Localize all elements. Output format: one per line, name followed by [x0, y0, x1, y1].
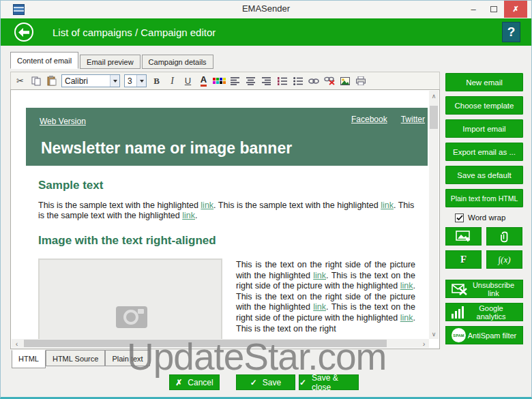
- insert-image-icon[interactable]: [338, 74, 352, 88]
- tab-email-preview[interactable]: Email preview: [80, 55, 140, 69]
- formatting-toolbar: ✂ Calibri 3 B I U A: [10, 72, 440, 90]
- image-placeholder[interactable]: [38, 258, 222, 340]
- align-right-icon[interactable]: [259, 74, 274, 88]
- google-analytics-button[interactable]: Google analytics: [445, 303, 523, 321]
- maximize-button[interactable]: [484, 1, 504, 18]
- tab-html-source[interactable]: HTML Source: [46, 350, 105, 366]
- inline-link[interactable]: link: [400, 281, 413, 291]
- plain-text-from-html-button[interactable]: Plain text from HTML: [445, 189, 523, 207]
- import-email-button[interactable]: Import email: [445, 119, 523, 138]
- cut-icon[interactable]: ✂: [13, 74, 27, 88]
- export-email-button[interactable]: Export email as ...: [445, 143, 523, 161]
- back-arrow-icon: [18, 28, 29, 37]
- spam-stamp-icon: SPAM: [452, 328, 466, 342]
- camera-icon: [116, 306, 147, 328]
- attachment-button[interactable]: [486, 227, 522, 246]
- scroll-right-icon[interactable]: ›: [419, 339, 429, 348]
- numbered-list-icon[interactable]: [275, 74, 289, 88]
- help-button[interactable]: ?: [502, 22, 520, 42]
- underline-button[interactable]: U: [181, 74, 195, 88]
- function-button[interactable]: ∫(x): [486, 250, 522, 269]
- font-family-value: Calibri: [62, 76, 110, 86]
- align-center-icon[interactable]: [243, 74, 258, 88]
- inline-link[interactable]: link: [201, 201, 213, 210]
- twitter-link[interactable]: Twitter: [401, 115, 425, 124]
- inline-link[interactable]: link: [400, 313, 413, 323]
- actions-sidebar: New email Choose template Import email E…: [445, 73, 523, 349]
- breadcrumb: List of campaigns / Campaign editor: [53, 27, 216, 38]
- print-icon[interactable]: [353, 74, 368, 88]
- scroll-left-icon[interactable]: ‹: [12, 339, 22, 348]
- palette-icon[interactable]: [212, 74, 226, 88]
- bullet-list-icon[interactable]: [291, 74, 305, 88]
- vertical-scroll-thumb[interactable]: [430, 106, 438, 129]
- paste-icon[interactable]: [44, 74, 59, 88]
- font-color-button[interactable]: A: [196, 74, 211, 88]
- horizontal-scroll-thumb[interactable]: [24, 340, 387, 347]
- inline-link[interactable]: link: [381, 201, 394, 210]
- scroll-down-icon[interactable]: ∨: [429, 329, 439, 339]
- back-button[interactable]: [14, 23, 33, 42]
- font-size-dropdown-icon[interactable]: [136, 75, 146, 87]
- top-tabstrip: Content of email Email preview Campaign …: [10, 52, 215, 69]
- unlink-icon[interactable]: [322, 74, 336, 88]
- word-wrap-label: Word wrap: [468, 213, 505, 222]
- vertical-scrollbar[interactable]: ∧ ∨: [429, 91, 439, 339]
- antispam-filter-button[interactable]: SPAM AntiSpam filter: [445, 326, 523, 344]
- check-icon: ✓: [299, 378, 306, 387]
- bold-button[interactable]: B: [149, 74, 164, 88]
- save-and-close-button[interactable]: ✓ Save & close: [299, 374, 359, 390]
- insert-picture-button[interactable]: [445, 227, 482, 246]
- check-icon: ✓: [250, 378, 257, 387]
- font-family-dropdown-icon[interactable]: [110, 75, 119, 87]
- email-editor-canvas[interactable]: Web Version Facebook Twitter Newsletter …: [10, 89, 440, 349]
- choose-template-button[interactable]: Choose template: [445, 96, 523, 115]
- unsubscribe-envelope-icon: [452, 283, 469, 295]
- sample-paragraph: This is the sample text with the highlig…: [38, 201, 415, 221]
- font-size-value: 3: [125, 76, 136, 86]
- save-as-default-button[interactable]: Save as default: [445, 166, 523, 184]
- right-aligned-paragraph: This is the text on the right side of th…: [236, 260, 415, 340]
- copy-icon[interactable]: [29, 74, 43, 88]
- inline-link[interactable]: link: [182, 211, 195, 220]
- facebook-link[interactable]: Facebook: [351, 115, 387, 124]
- email-banner: Web Version Facebook Twitter Newsletter …: [26, 108, 428, 166]
- x-icon: ✗: [175, 378, 182, 387]
- word-wrap-toggle[interactable]: Word wrap: [445, 212, 523, 223]
- web-version-link[interactable]: Web Version: [40, 117, 86, 126]
- tab-content-of-email[interactable]: Content of email: [10, 52, 78, 69]
- checkbox-checked-icon[interactable]: [455, 213, 464, 222]
- tab-html[interactable]: HTML: [12, 350, 46, 368]
- wordart-icon: F: [460, 254, 467, 265]
- new-email-button[interactable]: New email: [445, 73, 523, 91]
- font-family-select[interactable]: Calibri: [61, 74, 120, 87]
- minimize-button[interactable]: –: [463, 1, 484, 18]
- scroll-up-icon[interactable]: ∧: [429, 91, 439, 101]
- tab-campaign-details[interactable]: Campaign details: [142, 55, 213, 69]
- italic-button[interactable]: I: [165, 74, 179, 88]
- align-left-icon[interactable]: [228, 74, 242, 88]
- font-size-select[interactable]: 3: [124, 74, 147, 87]
- save-button[interactable]: ✓ Save: [236, 374, 295, 390]
- close-button[interactable]: ✗: [504, 1, 527, 18]
- page-header: List of campaigns / Campaign editor ?: [1, 18, 531, 46]
- link-icon[interactable]: [306, 74, 321, 88]
- titlebar: EMASender – ✗: [1, 1, 531, 18]
- inline-link[interactable]: link: [313, 302, 326, 312]
- wordart-button[interactable]: F: [445, 250, 482, 269]
- cancel-button[interactable]: ✗ Cancel: [169, 374, 220, 390]
- view-mode-tabstrip: HTML HTML Source Plain text: [12, 350, 150, 368]
- maximize-icon: [490, 6, 497, 12]
- newsletter-title: Newsletter name or image banner: [41, 139, 292, 158]
- sample-text-heading: Sample text: [38, 179, 415, 192]
- horizontal-scrollbar[interactable]: ‹ ›: [12, 339, 429, 348]
- insert-picture-icon: [456, 231, 472, 242]
- window-title: EMASender: [1, 3, 531, 14]
- inline-link[interactable]: link: [313, 271, 326, 280]
- unsubscribe-link-button[interactable]: Unsubscribe link: [445, 280, 523, 298]
- function-icon: ∫(x): [499, 254, 511, 265]
- app-window: EMASender – ✗ List of campaigns / Campai…: [0, 0, 532, 399]
- email-preview-content: Web Version Facebook Twitter Newsletter …: [11, 90, 429, 340]
- tab-plain-text[interactable]: Plain text: [105, 350, 149, 366]
- image-section-heading: Image with the text right-aligned: [38, 234, 415, 248]
